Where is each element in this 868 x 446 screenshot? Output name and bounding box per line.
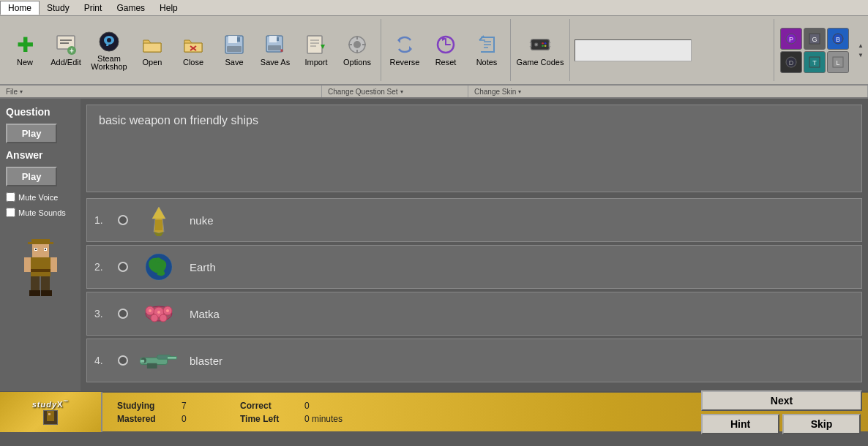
skin-btn-3[interactable]: B (827, 28, 849, 50)
skin-btn-6[interactable]: L (827, 51, 849, 73)
answer-number-1: 1. (94, 214, 109, 226)
steam-icon (97, 30, 121, 53)
svg-rect-68 (24, 257, 31, 272)
correct-label: Correct (240, 401, 299, 411)
save-as-button[interactable]: * Save As (256, 21, 294, 80)
answer-radio-2[interactable] (118, 262, 128, 272)
answer-radio-1[interactable] (118, 215, 128, 225)
add-edit-label: Add/Edit (50, 58, 81, 67)
import-button[interactable]: Import (297, 21, 335, 80)
new-button[interactable]: ✚ New (6, 21, 44, 80)
svg-rect-92 (147, 363, 157, 368)
search-input[interactable] (575, 39, 692, 61)
answer-play-button[interactable]: Play (6, 167, 57, 186)
answer-item-2[interactable]: 2. Earth (86, 245, 862, 289)
answer-text-4: blaster (190, 355, 222, 367)
svg-rect-12 (237, 37, 240, 42)
studying-value: 7 (182, 401, 211, 411)
reverse-button[interactable]: Reverse (386, 21, 424, 80)
svg-rect-72 (29, 290, 40, 296)
skip-button[interactable]: Skip (782, 414, 861, 434)
answer-radio-4[interactable] (118, 355, 128, 366)
question-play-button[interactable]: Play (6, 124, 57, 143)
reset-label: Reset (435, 58, 457, 67)
svg-point-45 (542, 45, 544, 48)
mastered-label: Mastered (117, 414, 176, 424)
svg-point-46 (545, 45, 547, 48)
svg-rect-14 (269, 36, 277, 42)
svg-text:L: L (837, 59, 840, 67)
add-edit-button[interactable]: + Add/Edit (47, 21, 85, 80)
options-button[interactable]: Options (338, 21, 376, 80)
time-left-stat: Time Left 0 minutes (240, 414, 343, 424)
toolbar-question-set-group: Reverse Reset (381, 19, 511, 81)
close-button[interactable]: Close (174, 21, 212, 80)
mute-sounds-input[interactable] (6, 208, 15, 217)
answer-image-2 (137, 251, 181, 284)
svg-rect-27 (348, 44, 352, 45)
menu-help[interactable]: Help (152, 1, 185, 15)
answer-number-3: 3. (94, 308, 109, 320)
save-button[interactable]: Save (215, 21, 253, 80)
mute-sounds-checkbox[interactable]: Mute Sounds (6, 208, 75, 217)
toolbar-input-group (570, 19, 774, 81)
svg-rect-38 (531, 39, 550, 50)
mute-voice-checkbox[interactable]: Mute Voice (6, 192, 75, 202)
toolbar-section-labels: File ▾ Change Question Set ▾ Change Skin… (0, 86, 868, 99)
svg-point-43 (542, 42, 544, 45)
svg-rect-94 (141, 360, 145, 363)
options-label: Options (343, 58, 371, 67)
stat-col-1: Studying 7 Mastered 0 (117, 401, 211, 424)
svg-rect-73 (41, 290, 52, 296)
import-icon (304, 33, 328, 56)
svg-rect-59 (31, 239, 50, 242)
skin-btn-5[interactable]: T (804, 51, 826, 73)
skin-btn-2[interactable]: G (804, 28, 826, 50)
svg-point-85 (160, 314, 167, 322)
game-codes-icon (528, 33, 552, 56)
notes-button[interactable]: Notes (468, 21, 506, 80)
reverse-icon (393, 33, 416, 56)
svg-rect-10 (228, 36, 237, 43)
answer-radio-3[interactable] (118, 309, 128, 319)
svg-rect-66 (31, 257, 50, 276)
menu-games[interactable]: Games (109, 1, 152, 15)
toolbar: ✚ New + Add/Edit (0, 16, 868, 86)
hint-button[interactable]: Hint (701, 414, 779, 434)
menu-print[interactable]: Print (77, 1, 110, 15)
steam-workshop-button[interactable]: SteamWorkshop (88, 21, 130, 80)
save-label: Save (225, 58, 243, 67)
next-button[interactable]: Next (701, 390, 862, 411)
mute-voice-input[interactable] (6, 192, 15, 202)
reset-button[interactable]: Reset (427, 21, 465, 80)
skin-btn-1[interactable]: P (780, 28, 802, 50)
svg-point-84 (151, 314, 158, 322)
skin-btn-4[interactable]: D (780, 51, 802, 73)
svg-rect-60 (28, 242, 53, 244)
content-area: basic weapon on friendly ships 1. nuke (81, 99, 868, 391)
skin-scroll-up[interactable]: ▲ (858, 42, 864, 49)
menu-home[interactable]: Home (0, 1, 40, 15)
answer-item-1[interactable]: 1. nuke (86, 198, 862, 242)
toolbar-gamecodes-group: Game Codes (511, 19, 570, 81)
answer-text-2: Earth (190, 261, 216, 273)
svg-rect-64 (35, 249, 37, 250)
time-left-label: Time Left (240, 414, 299, 424)
skin-scroll-down[interactable]: ▼ (858, 52, 864, 58)
nuke-icon (139, 204, 179, 237)
answer-text-3: Matka (190, 308, 220, 320)
svg-text:D: D (789, 59, 794, 67)
svg-marker-29 (397, 37, 400, 43)
svg-rect-91 (168, 356, 177, 359)
answer-item-4[interactable]: 4. blaster (86, 339, 862, 382)
svg-rect-70 (31, 276, 40, 292)
menu-study[interactable]: Study (40, 1, 77, 15)
reset-icon (434, 33, 457, 56)
stats-area: Studying 7 Mastered 0 Correct 0 Time Lef… (102, 398, 695, 427)
svg-rect-11 (227, 46, 242, 52)
answer-item-3[interactable]: 3. (86, 292, 862, 336)
open-button[interactable]: Open (133, 21, 171, 80)
game-codes-button[interactable]: Game Codes (515, 21, 565, 80)
svg-rect-96 (48, 413, 50, 415)
studying-label: Studying (117, 401, 176, 411)
